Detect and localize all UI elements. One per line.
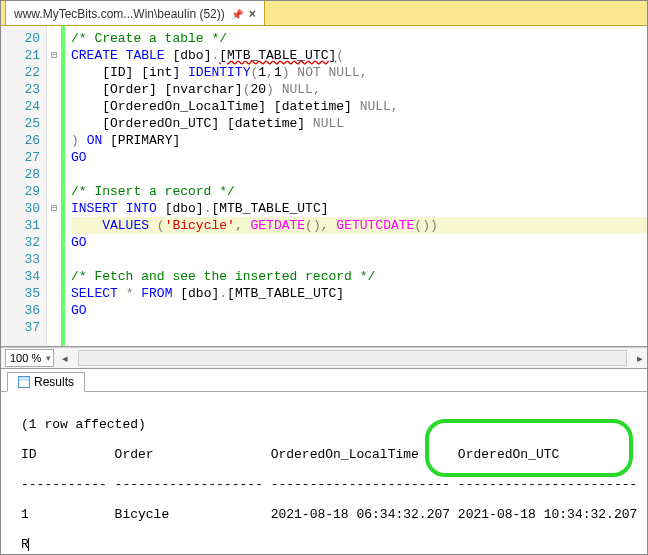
- code-line[interactable]: [71, 319, 647, 336]
- tab-results[interactable]: Results: [7, 372, 85, 392]
- fold-toggle-icon: [47, 319, 61, 336]
- scroll-left-icon[interactable]: ◂: [58, 352, 72, 365]
- fold-toggle-icon: [47, 81, 61, 98]
- fold-toggle-icon: [47, 98, 61, 115]
- code-line[interactable]: ) ON [PRIMARY]: [71, 132, 647, 149]
- result-row: 1 Bicycle 2021-08-18 06:34:32.207 2021-0…: [21, 507, 635, 522]
- fold-toggle-icon: [47, 115, 61, 132]
- line-number: 36: [1, 302, 40, 319]
- fold-toggle-icon: [47, 132, 61, 149]
- results-tabstrip: Results: [1, 369, 647, 392]
- results-pane[interactable]: (1 row affected) ID Order OrderedOn_Loca…: [1, 392, 647, 555]
- fold-toggle-icon: [47, 302, 61, 319]
- fold-toggle-icon: [47, 217, 61, 234]
- fold-toggle-icon: [47, 166, 61, 183]
- fold-toggle-icon: [47, 285, 61, 302]
- grid-icon: [18, 376, 30, 388]
- code-line[interactable]: GO: [71, 234, 647, 251]
- code-line[interactable]: [71, 166, 647, 183]
- query-tab[interactable]: www.MyTecBits.com...Win\beaulin (52)) 📌 …: [5, 0, 265, 25]
- fold-toggle-icon: [47, 149, 61, 166]
- code-line[interactable]: GO: [71, 302, 647, 319]
- code-line[interactable]: CREATE TABLE [dbo].[MTB_TABLE_UTC](: [71, 47, 647, 64]
- fold-toggle-icon: [47, 183, 61, 200]
- code-line[interactable]: INSERT INTO [dbo].[MTB_TABLE_UTC]: [71, 200, 647, 217]
- line-number: 32: [1, 234, 40, 251]
- editor-footer: 100 % ◂ ▸: [1, 347, 647, 369]
- code-line[interactable]: [OrderedOn_UTC] [datetime] NULL: [71, 115, 647, 132]
- line-number-gutter: 202122232425262728293031323334353637: [1, 26, 47, 346]
- line-number: 20: [1, 30, 40, 47]
- scroll-right-icon[interactable]: ▸: [633, 352, 647, 365]
- line-number: 25: [1, 115, 40, 132]
- fold-toggle-icon: [47, 64, 61, 81]
- line-number: 21: [1, 47, 40, 64]
- fold-toggle-icon: [47, 30, 61, 47]
- outline-margin[interactable]: ⊟⊟: [47, 26, 61, 346]
- close-icon[interactable]: ×: [249, 7, 256, 21]
- line-number: 33: [1, 251, 40, 268]
- ssms-window: www.MyTecBits.com...Win\beaulin (52)) 📌 …: [0, 0, 648, 555]
- line-number: 35: [1, 285, 40, 302]
- fold-toggle-icon: [47, 234, 61, 251]
- line-number: 23: [1, 81, 40, 98]
- code-area[interactable]: /* Create a table */CREATE TABLE [dbo].[…: [65, 26, 647, 346]
- line-number: 30: [1, 200, 40, 217]
- line-number: 26: [1, 132, 40, 149]
- code-line[interactable]: [ID] [int] IDENTITY(1,1) NOT NULL,: [71, 64, 647, 81]
- document-tab-strip: www.MyTecBits.com...Win\beaulin (52)) 📌 …: [1, 1, 647, 26]
- query-tab-title: www.MyTecBits.com...Win\beaulin (52)): [14, 7, 225, 21]
- line-number: 24: [1, 98, 40, 115]
- code-line[interactable]: SELECT * FROM [dbo].[MTB_TABLE_UTC]: [71, 285, 647, 302]
- code-line[interactable]: [Order] [nvarchar](20) NULL,: [71, 81, 647, 98]
- line-number: 29: [1, 183, 40, 200]
- code-line[interactable]: [71, 251, 647, 268]
- horizontal-scrollbar[interactable]: [78, 350, 627, 366]
- fold-toggle-icon[interactable]: ⊟: [47, 47, 61, 64]
- code-line[interactable]: /* Fetch and see the inserted record */: [71, 268, 647, 285]
- result-divider: ----------- ------------------- --------…: [21, 477, 635, 492]
- pin-icon[interactable]: 📌: [231, 9, 243, 20]
- line-number: 34: [1, 268, 40, 285]
- fold-toggle-icon: [47, 268, 61, 285]
- fold-toggle-icon: [47, 251, 61, 268]
- result-header: ID Order OrderedOn_LocalTime OrderedOn_U…: [21, 447, 635, 462]
- code-line[interactable]: /* Insert a record */: [71, 183, 647, 200]
- code-line[interactable]: /* Create a table */: [71, 30, 647, 47]
- zoom-dropdown[interactable]: 100 %: [5, 349, 54, 367]
- line-number: 37: [1, 319, 40, 336]
- line-number: 22: [1, 64, 40, 81]
- result-caret-line: R: [21, 537, 635, 552]
- code-line[interactable]: GO: [71, 149, 647, 166]
- line-number: 27: [1, 149, 40, 166]
- results-tab-label: Results: [34, 375, 74, 389]
- line-number: 28: [1, 166, 40, 183]
- line-number: 31: [1, 217, 40, 234]
- code-line[interactable]: [OrderedOn_LocalTime] [datetime] NULL,: [71, 98, 647, 115]
- code-line[interactable]: VALUES ('Bicycle', GETDATE(), GETUTCDATE…: [71, 217, 647, 234]
- sql-editor[interactable]: 202122232425262728293031323334353637 ⊟⊟ …: [1, 26, 647, 347]
- fold-toggle-icon[interactable]: ⊟: [47, 200, 61, 217]
- rows-affected-text: (1 row affected): [21, 417, 635, 432]
